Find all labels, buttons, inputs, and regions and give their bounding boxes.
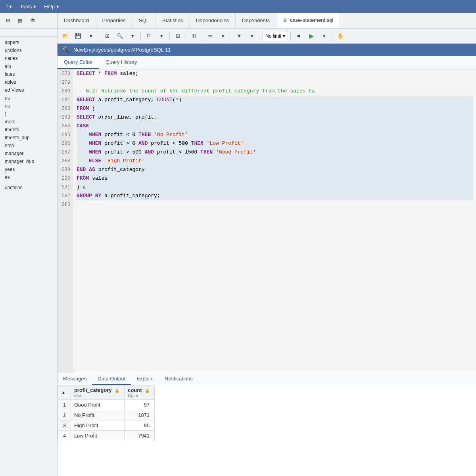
sidebar-icon-group bbox=[0, 30, 57, 37]
execute-query-btn[interactable]: ⊞ bbox=[102, 31, 113, 41]
filter-btn[interactable]: ▼ bbox=[234, 31, 245, 41]
tab-dashboard[interactable]: Dashboard bbox=[58, 13, 96, 28]
sidebar-item-tables[interactable]: ables bbox=[0, 78, 57, 86]
sidebar-item-departments-dup[interactable]: tments_dup bbox=[0, 134, 57, 142]
tab-query-history[interactable]: Query History bbox=[99, 56, 143, 69]
sidebar-item-dictionaries[interactable]: naries bbox=[0, 54, 57, 62]
code-line-286: WHEN profit > 0 AND profit < 500 THEN 'L… bbox=[77, 139, 473, 148]
sidebar-item-emp[interactable]: emp bbox=[0, 142, 57, 150]
results-content: ▲ profit_category 🔒 text count 🔒 bigint bbox=[58, 385, 476, 476]
sep2 bbox=[140, 32, 141, 40]
cell-count-3: 85 bbox=[125, 420, 155, 431]
sidebar-item-configurations[interactable]: urations bbox=[0, 46, 57, 54]
main-layout: appers urations naries ers lates ables e… bbox=[0, 29, 476, 476]
content-area: 📂 💾 ▾ ⊞ 🔍 ▾ ⎘ ▾ ⊞ 🗑 ✏ ▾ ▼ ▾ No limit ▾ bbox=[58, 29, 476, 476]
sidebar-item-es3[interactable]: es bbox=[0, 173, 57, 181]
open-file-btn[interactable]: 📂 bbox=[60, 31, 71, 41]
sidebar-item-ers[interactable]: ers bbox=[0, 62, 57, 70]
code-line-279 bbox=[77, 78, 473, 87]
sidebar-item-customers[interactable]: mers bbox=[0, 118, 57, 126]
tab-statistics[interactable]: Statistics bbox=[156, 13, 190, 28]
table-header-count[interactable]: count 🔒 bigint bbox=[125, 386, 155, 400]
code-line-282: FROM ( bbox=[77, 104, 473, 113]
table-row: 1 Good Profit 97 bbox=[58, 400, 155, 410]
copy-dropdown[interactable]: ▾ bbox=[156, 31, 167, 41]
sep3 bbox=[169, 32, 170, 40]
sep8 bbox=[290, 32, 291, 40]
connection-name: NewEmployees/postgres@PostgreSQL 11 bbox=[73, 47, 171, 53]
table-header-profit-category[interactable]: profit_category 🔒 text bbox=[71, 386, 124, 400]
sep9 bbox=[332, 32, 332, 40]
code-line-278: SELECT * FROM sales; bbox=[77, 69, 473, 78]
tab-dependencies[interactable]: Dependencies bbox=[190, 13, 236, 28]
menu-tools[interactable]: Tools ▾ bbox=[17, 2, 39, 11]
code-editor[interactable]: 278 279 280 281 282 283 284 285 286 287 … bbox=[58, 69, 476, 373]
tab-query-editor[interactable]: Query Editor bbox=[58, 56, 99, 69]
line-numbers: 278 279 280 281 282 283 284 285 286 287 … bbox=[58, 69, 73, 373]
code-line-293 bbox=[77, 200, 473, 209]
cell-count-1: 97 bbox=[125, 400, 155, 410]
table-row: 4 Low Profit 7941 bbox=[58, 431, 155, 441]
delete-btn[interactable]: 🗑 bbox=[188, 31, 200, 41]
hand-btn[interactable]: ✋ bbox=[335, 31, 346, 41]
code-line-289: END AS profit_category bbox=[77, 165, 473, 174]
tab-case-statement[interactable]: 🗎 case-statement.sql bbox=[276, 13, 340, 28]
file-icon: 🗎 bbox=[283, 17, 288, 23]
sidebar-item-manager[interactable]: manager bbox=[0, 150, 57, 157]
sidebar-item-paren[interactable]: ) bbox=[0, 110, 57, 118]
sidebar-item-mappers[interactable]: appers bbox=[0, 38, 57, 46]
grid-btn[interactable]: ⊞ bbox=[172, 31, 183, 41]
sidebar-item-materialized-views[interactable]: ed Views bbox=[0, 86, 57, 94]
stop-btn[interactable]: ■ bbox=[293, 31, 304, 41]
code-line-284: CASE bbox=[77, 122, 473, 131]
tab-properties[interactable]: Properties bbox=[96, 13, 132, 28]
sidebar-item-manager-dup[interactable]: manager_dup bbox=[0, 157, 57, 165]
results-tabs: Messages Data Output Explain Notificatio… bbox=[58, 373, 476, 385]
search-btn[interactable]: 🔍 bbox=[114, 31, 125, 41]
no-limit-chevron: ▾ bbox=[283, 33, 285, 39]
tab-dependents[interactable]: Dependents bbox=[236, 13, 276, 28]
code-line-291: ) a bbox=[77, 183, 473, 192]
sidebar-item-es1[interactable]: es bbox=[0, 94, 57, 102]
code-line-287: WHEN profit > 500 AND profit < 1500 THEN… bbox=[77, 148, 473, 157]
copy-btn[interactable]: ⎘ bbox=[143, 31, 154, 41]
menu-t[interactable]: t ▾ bbox=[3, 2, 15, 11]
results-tab-data-output[interactable]: Data Output bbox=[92, 373, 131, 385]
results-tab-messages[interactable]: Messages bbox=[58, 373, 92, 385]
results-tab-explain[interactable]: Explain bbox=[131, 373, 159, 385]
search-dropdown[interactable]: ▾ bbox=[127, 31, 138, 41]
tab-sql[interactable]: SQL bbox=[132, 13, 156, 28]
row-num-1: 1 bbox=[58, 400, 71, 410]
sidebar-item-departments[interactable]: tments bbox=[0, 126, 57, 134]
table-icon-btn[interactable]: ▦ bbox=[15, 15, 26, 26]
code-lines[interactable]: SELECT * FROM sales; -- 6.2: Retrieve th… bbox=[73, 69, 476, 373]
no-limit-dropdown[interactable]: No limit ▾ bbox=[263, 31, 288, 41]
grid-icon-btn[interactable]: ⊞ bbox=[2, 15, 13, 26]
results-tab-notifications[interactable]: Notifications bbox=[159, 373, 198, 385]
filter-icon-btn[interactable]: ⛃ bbox=[27, 15, 38, 26]
menu-help[interactable]: Help ▾ bbox=[41, 2, 62, 11]
sidebar-item-employees[interactable]: yees bbox=[0, 165, 57, 173]
code-line-290: FROM sales bbox=[77, 174, 473, 183]
save-btn[interactable]: 💾 bbox=[73, 31, 84, 41]
save-dropdown-btn[interactable]: ▾ bbox=[85, 31, 96, 41]
cell-profit-cat-3: High Profit bbox=[71, 420, 124, 431]
row-num-4: 4 bbox=[58, 431, 71, 441]
sidebar-item-es2[interactable]: es bbox=[0, 102, 57, 110]
sidebar-item-templates[interactable]: lates bbox=[0, 70, 57, 78]
run-btn[interactable]: ▶ bbox=[306, 31, 317, 41]
run-dropdown[interactable]: ▾ bbox=[319, 31, 330, 41]
sep1 bbox=[99, 32, 99, 40]
filter-dropdown[interactable]: ▾ bbox=[246, 31, 257, 41]
top-tab-bar: ⊞ ▦ ⛃ Dashboard Properties SQL Statistic… bbox=[0, 13, 476, 29]
sidebar: appers urations naries ers lates ables e… bbox=[0, 29, 58, 476]
edit-dropdown[interactable]: ▾ bbox=[217, 31, 228, 41]
table-row: 3 High Profit 85 bbox=[58, 420, 155, 431]
data-table: ▲ profit_category 🔒 text count 🔒 bigint bbox=[58, 385, 155, 441]
edit-btn[interactable]: ✏ bbox=[205, 31, 216, 41]
cell-profit-cat-4: Low Profit bbox=[71, 431, 124, 441]
toolbar: 📂 💾 ▾ ⊞ 🔍 ▾ ⎘ ▾ ⊞ 🗑 ✏ ▾ ▼ ▾ No limit ▾ bbox=[58, 29, 476, 44]
sidebar-item-functions[interactable]: unctions bbox=[0, 184, 57, 192]
table-row: 2 No Profit 1871 bbox=[58, 410, 155, 420]
sep7 bbox=[260, 32, 260, 40]
